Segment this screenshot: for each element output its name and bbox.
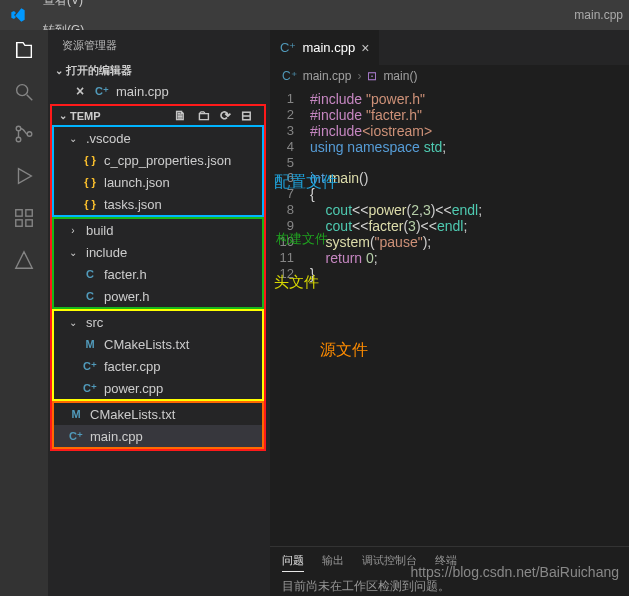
workspace-header[interactable]: ⌄ TEMP 🗎 🗀 ⟳ ⊟	[52, 106, 264, 125]
svg-rect-4	[16, 210, 22, 216]
search-icon[interactable]	[12, 80, 36, 104]
chevron-down-icon: ⌄	[56, 110, 70, 121]
file-label: power.h	[104, 289, 150, 304]
panel-tab[interactable]: 调试控制台	[362, 553, 417, 572]
menu-item[interactable]: 查看(V)	[35, 0, 92, 15]
code-line: 4using namespace std;	[270, 139, 629, 155]
annotation-source: 源文件	[320, 340, 368, 361]
line-number: 1	[270, 91, 310, 107]
file-item[interactable]: C⁺power.cpp	[54, 377, 262, 399]
file-label: facter.cpp	[104, 359, 160, 374]
line-number: 7	[270, 186, 310, 202]
svg-rect-6	[16, 220, 22, 226]
code-line: 6int main()	[270, 170, 629, 186]
file-label: CMakeLists.txt	[90, 407, 175, 422]
folder-label: .vscode	[86, 131, 131, 146]
folder-label: include	[86, 245, 127, 260]
code-line: 12}	[270, 266, 629, 282]
watermark: https://blog.csdn.net/BaiRuichang	[410, 564, 619, 580]
m-file-icon: M	[68, 406, 84, 422]
code-editor[interactable]: 1#include "power.h"2#include "facter.h"3…	[270, 87, 629, 286]
explorer-icon[interactable]	[12, 38, 36, 62]
file-label: main.cpp	[116, 84, 169, 99]
line-content: cout<<facter(3)<<endl;	[310, 218, 629, 234]
workspace-name: TEMP	[70, 110, 101, 122]
file-item[interactable]: { }c_cpp_properties.json	[54, 149, 262, 171]
panel-message: 目前尚未在工作区检测到问题。	[270, 578, 629, 595]
breadcrumb-file: main.cpp	[303, 69, 352, 83]
line-content	[310, 155, 629, 170]
window-title: main.cpp	[574, 8, 629, 22]
run-debug-icon[interactable]	[12, 164, 36, 188]
line-content: int main()	[310, 170, 629, 186]
editor-area: C⁺ main.cpp × C⁺ main.cpp › ⊡ main() 1#i…	[270, 30, 629, 596]
extensions-icon[interactable]	[12, 206, 36, 230]
json-file-icon: { }	[82, 174, 98, 190]
svg-point-2	[16, 137, 21, 142]
file-item[interactable]: Cfacter.h	[54, 263, 262, 285]
menubar: 文件(F)编辑(E)选择(S)查看(V)转到(G)运行(R)终端(T)帮助(H)…	[0, 0, 629, 30]
new-file-icon[interactable]: 🗎	[174, 108, 187, 123]
file-label: CMakeLists.txt	[104, 337, 189, 352]
cmake-icon[interactable]	[12, 248, 36, 272]
folder-include[interactable]: ⌄ include	[54, 241, 262, 263]
folder-build[interactable]: › build	[54, 219, 262, 241]
json-file-icon: { }	[82, 196, 98, 212]
open-editor-item[interactable]: × C⁺ main.cpp	[48, 80, 270, 102]
line-content: return 0;	[310, 250, 629, 266]
source-control-icon[interactable]	[12, 122, 36, 146]
chevron-down-icon: ⌄	[66, 317, 80, 328]
folder-src[interactable]: ⌄ src	[54, 311, 262, 333]
c-file-icon: C	[82, 288, 98, 304]
svg-rect-7	[26, 220, 32, 226]
svg-point-3	[27, 132, 32, 137]
line-content: {	[310, 186, 629, 202]
line-content: cout<<power(2,3)<<endl;	[310, 202, 629, 218]
line-content: #include "power.h"	[310, 91, 629, 107]
cpp-file-icon: C⁺	[68, 428, 84, 444]
folder-vscode[interactable]: ⌄ .vscode	[54, 127, 262, 149]
panel-tab[interactable]: 输出	[322, 553, 344, 572]
file-label: power.cpp	[104, 381, 163, 396]
file-item[interactable]: C⁺facter.cpp	[54, 355, 262, 377]
open-editors-label: 打开的编辑器	[66, 63, 132, 78]
line-number: 9	[270, 218, 310, 234]
file-item[interactable]: MCMakeLists.txt	[54, 333, 262, 355]
method-icon: ⊡	[367, 69, 377, 83]
line-number: 3	[270, 123, 310, 139]
line-number: 12	[270, 266, 310, 282]
file-item[interactable]: { }tasks.json	[54, 193, 262, 215]
panel-tab[interactable]: 问题	[282, 553, 304, 572]
line-content: #include<iostream>	[310, 123, 629, 139]
close-icon[interactable]: ×	[72, 83, 88, 99]
code-line: 2#include "facter.h"	[270, 107, 629, 123]
m-file-icon: M	[82, 336, 98, 352]
chevron-down-icon: ⌄	[52, 65, 66, 76]
close-icon[interactable]: ×	[361, 40, 369, 56]
code-line: 9 cout<<facter(3)<<endl;	[270, 218, 629, 234]
svg-point-0	[17, 85, 28, 96]
collapse-all-icon[interactable]: ⊟	[241, 108, 252, 123]
chevron-right-icon: ›	[66, 225, 80, 236]
breadcrumb-symbol: main()	[383, 69, 417, 83]
code-line: 8 cout<<power(2,3)<<endl;	[270, 202, 629, 218]
tab-main-cpp[interactable]: C⁺ main.cpp ×	[270, 30, 380, 65]
file-label: launch.json	[104, 175, 170, 190]
line-content: #include "facter.h"	[310, 107, 629, 123]
open-editors-header[interactable]: ⌄ 打开的编辑器	[48, 61, 270, 80]
code-line: 1#include "power.h"	[270, 91, 629, 107]
new-folder-icon[interactable]: 🗀	[197, 108, 210, 123]
file-label: facter.h	[104, 267, 147, 282]
activity-bar	[0, 30, 48, 596]
line-content: using namespace std;	[310, 139, 629, 155]
file-item[interactable]: Cpower.h	[54, 285, 262, 307]
file-label: tasks.json	[104, 197, 162, 212]
chevron-right-icon: ›	[357, 69, 361, 83]
file-item[interactable]: { }launch.json	[54, 171, 262, 193]
file-item[interactable]: MCMakeLists.txt	[54, 403, 262, 425]
breadcrumb[interactable]: C⁺ main.cpp › ⊡ main()	[270, 65, 629, 87]
refresh-icon[interactable]: ⟳	[220, 108, 231, 123]
file-item[interactable]: C⁺main.cpp	[54, 425, 262, 447]
chevron-down-icon: ⌄	[66, 133, 80, 144]
line-number: 2	[270, 107, 310, 123]
